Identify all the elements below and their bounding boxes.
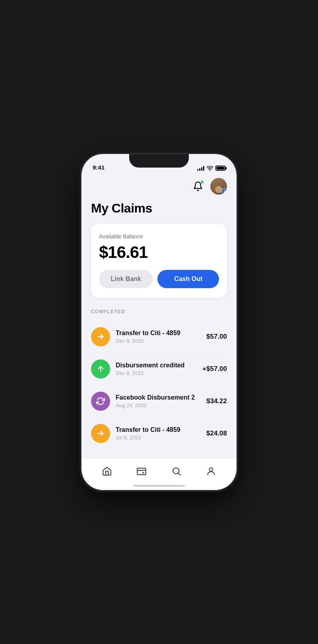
svg-point-4 — [209, 468, 213, 471]
notification-dot — [200, 180, 204, 184]
main-content: 6 My Claims Available Balance $16.61 Lin… — [81, 174, 237, 458]
avatar-badge: 6 — [221, 188, 227, 195]
page-title: My Claims — [91, 201, 227, 216]
transaction-item[interactable]: Facebook Disbursement 2 Aug 24, 2023 $34… — [91, 385, 227, 418]
search-icon — [171, 466, 182, 476]
wallet-icon — [136, 466, 147, 476]
transaction-item[interactable]: Transfer to Citi - 4859 Dec 9, 2023 $57.… — [91, 321, 227, 353]
status-icons — [197, 166, 225, 171]
transaction-info-2: Disbursement credited Dec 8, 2023 — [116, 362, 202, 376]
balance-label: Available Balance — [99, 233, 219, 240]
transaction-title-2: Disbursement credited — [116, 362, 202, 369]
transaction-info-4: Transfer to Citi - 4859 Jul 9, 2023 — [116, 426, 206, 441]
transaction-list: Transfer to Citi - 4859 Dec 9, 2023 $57.… — [91, 321, 227, 449]
signal-bar-4 — [203, 166, 204, 171]
signal-bar-3 — [201, 167, 202, 171]
transaction-icon-facebook — [91, 392, 110, 411]
action-buttons: Link Bank Cash Out — [99, 270, 219, 288]
transaction-info-3: Facebook Disbursement 2 Aug 24, 2023 — [116, 394, 206, 408]
svg-rect-1 — [137, 468, 146, 474]
transaction-date-2: Dec 8, 2023 — [116, 370, 202, 376]
phone-frame: 9:41 — [81, 154, 237, 490]
battery-icon — [215, 166, 225, 171]
cash-out-button[interactable]: Cash Out — [157, 270, 219, 288]
notch — [129, 154, 189, 168]
transaction-title-4: Transfer to Citi - 4859 — [116, 426, 206, 433]
nav-item-search[interactable] — [165, 462, 188, 481]
notification-bell[interactable] — [190, 179, 206, 194]
avatar[interactable]: 6 — [210, 178, 227, 195]
transaction-amount-4: $24.08 — [206, 429, 227, 437]
wifi-icon — [207, 166, 213, 171]
transaction-item[interactable]: Transfer to Citi - 4859 Jul 9, 2023 $24.… — [91, 418, 227, 449]
transaction-title-1: Transfer to Citi - 4859 — [116, 330, 206, 337]
transaction-icon-transfer-1 — [91, 327, 110, 346]
balance-card: Available Balance $16.61 Link Bank Cash … — [91, 224, 227, 298]
transaction-amount-1: $57.00 — [206, 333, 227, 341]
svg-point-0 — [209, 170, 210, 171]
link-bank-button[interactable]: Link Bank — [99, 270, 153, 288]
nav-item-home[interactable] — [95, 462, 119, 481]
home-indicator — [133, 485, 185, 487]
nav-item-wallet[interactable] — [130, 462, 153, 481]
signal-bars-icon — [197, 166, 204, 171]
transaction-date-4: Jul 9, 2023 — [116, 435, 206, 441]
transaction-icon-disbursement — [91, 359, 110, 379]
transaction-date-3: Aug 24, 2023 — [116, 402, 206, 408]
signal-bar-2 — [199, 168, 200, 171]
status-time: 9:41 — [93, 164, 105, 171]
svg-rect-2 — [142, 472, 144, 473]
completed-section-label: COMPLETED — [91, 309, 227, 314]
transaction-info-1: Transfer to Citi - 4859 Dec 9, 2023 — [116, 330, 206, 344]
balance-amount: $16.61 — [99, 243, 219, 262]
profile-icon — [206, 466, 216, 476]
transaction-icon-transfer-2 — [91, 424, 110, 443]
signal-bar-1 — [197, 169, 198, 171]
transaction-date-1: Dec 9, 2023 — [116, 338, 206, 344]
phone-screen: 9:41 — [81, 154, 237, 490]
battery-fill — [217, 167, 224, 170]
transaction-title-3: Facebook Disbursement 2 — [116, 394, 206, 401]
transaction-item[interactable]: Disbursement credited Dec 8, 2023 +$57.0… — [91, 353, 227, 385]
transaction-amount-2: +$57.00 — [202, 365, 227, 373]
transaction-amount-3: $34.22 — [206, 397, 227, 405]
home-icon — [102, 466, 112, 476]
nav-item-profile[interactable] — [199, 462, 223, 481]
top-bar: 6 — [91, 178, 227, 195]
